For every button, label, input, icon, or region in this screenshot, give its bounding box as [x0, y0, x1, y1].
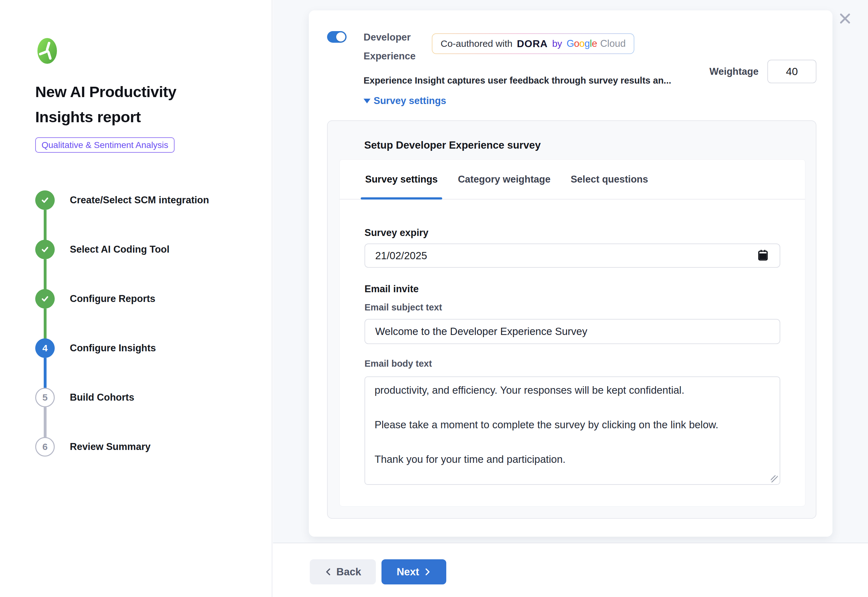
toggle-knob [336, 33, 345, 42]
survey-expiry-label: Survey expiry [365, 227, 780, 239]
survey-fields: Survey expiry 21/02/2025 Email [339, 227, 805, 486]
step-check-icon [35, 190, 55, 210]
coauthored-by: by [552, 38, 562, 49]
dora-logo: DORA [517, 38, 548, 50]
insight-toggle[interactable] [327, 31, 347, 43]
step-number: 6 [35, 437, 55, 457]
coauthored-prefix: Co-authored with [441, 38, 512, 49]
step-item-scm-integration[interactable]: Create/Select SCM integration [35, 190, 209, 210]
email-body-wrap: productivity, and efficiency. Your respo… [365, 376, 780, 486]
survey-expiry-value: 21/02/2025 [375, 250, 427, 262]
survey-tabs: Survey settings Category weightage Selec… [339, 160, 805, 199]
step-number: 4 [35, 339, 55, 358]
step-number: 5 [35, 388, 55, 407]
survey-expiry-input[interactable]: 21/02/2025 [365, 244, 780, 268]
survey-setup-card: Setup Developer Experience survey Survey… [327, 120, 816, 519]
tab-select-questions[interactable]: Select questions [566, 160, 652, 199]
step-item-review-summary[interactable]: 6 Review Summary [35, 437, 150, 457]
email-subject-label: Email subject text [365, 302, 780, 313]
step-item-configure-reports[interactable]: Configure Reports [35, 289, 155, 309]
survey-setup-title: Setup Developer Experience survey [364, 139, 540, 151]
back-button[interactable]: Back [310, 559, 376, 584]
close-icon[interactable] [838, 11, 853, 27]
step-item-configure-insights[interactable]: 4 Configure Insights [35, 339, 156, 358]
survey-settings-expander[interactable]: Survey settings [363, 95, 446, 107]
coauthored-badge: Co-authored with DORA by Google Cloud [432, 33, 634, 54]
insight-name: Developer Experience [363, 28, 431, 66]
google-logo: Google [566, 38, 597, 49]
step-connector [44, 309, 46, 339]
step-connector [44, 210, 46, 240]
step-check-icon [35, 289, 55, 309]
chevron-left-icon [325, 568, 332, 576]
step-check-icon [35, 240, 55, 259]
email-subject-input[interactable] [365, 319, 780, 344]
tab-survey-settings[interactable]: Survey settings [361, 160, 442, 199]
step-connector [44, 259, 46, 290]
survey-settings-panel: Survey settings Category weightage Selec… [339, 159, 805, 506]
insight-description: Experience Insight captures user feedbac… [363, 76, 722, 86]
weightage-group: Weightage [710, 60, 816, 83]
triangle-down-icon [363, 99, 371, 103]
step-connector [44, 358, 46, 388]
tab-category-weightage[interactable]: Category weightage [454, 160, 555, 199]
email-body-label: Email body text [365, 358, 780, 369]
page-title: New AI Productivity Insights report [35, 79, 224, 129]
step-item-ai-coding-tool[interactable]: Select AI Coding Tool [35, 240, 170, 259]
analysis-type-badge: Qualitative & Sentiment Analysis [35, 137, 174, 153]
google-cloud-label: Cloud [600, 38, 625, 49]
next-button[interactable]: Next [381, 559, 446, 584]
step-item-build-cohorts[interactable]: 5 Build Cohorts [35, 388, 134, 407]
chevron-right-icon [424, 568, 431, 576]
email-body-textarea[interactable]: productivity, and efficiency. Your respo… [365, 376, 780, 485]
wizard-sidebar: New AI Productivity Insights report Qual… [0, 0, 272, 597]
wizard-footer: Back Next [273, 543, 868, 597]
step-connector [44, 407, 46, 437]
weightage-input[interactable] [767, 60, 816, 83]
insight-config-card: Developer Experience Co-authored with DO… [309, 10, 832, 537]
hatica-propeller-logo [37, 38, 57, 65]
content-panel: Developer Experience Co-authored with DO… [273, 0, 868, 597]
email-invite-label: Email invite [365, 284, 780, 295]
resize-handle-icon[interactable] [771, 475, 778, 482]
calendar-icon[interactable] [758, 249, 768, 262]
